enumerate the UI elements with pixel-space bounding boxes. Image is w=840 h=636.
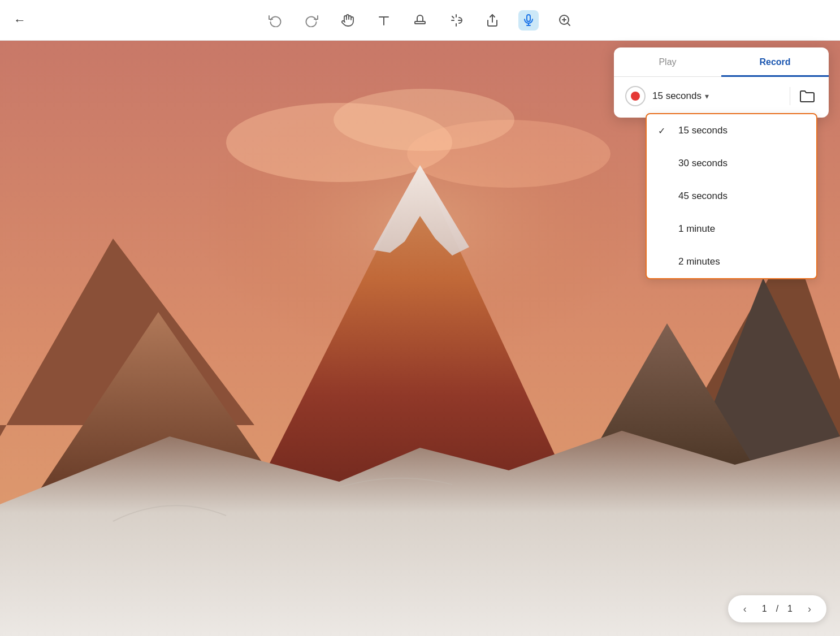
toolbar: ← <box>0 0 840 41</box>
tab-play[interactable]: Play <box>614 47 721 76</box>
toolbar-icons <box>265 10 575 31</box>
zoom-icon[interactable] <box>555 10 575 31</box>
redo-icon[interactable] <box>301 10 322 31</box>
svg-line-11 <box>568 23 570 25</box>
duration-dropdown: ✓ 15 seconds ✓ 30 seconds ✓ 45 seconds ✓… <box>646 113 817 279</box>
dropdown-item-15s[interactable]: ✓ 15 seconds <box>647 114 816 147</box>
annotation-icon[interactable] <box>446 10 466 31</box>
panel-body: 15 seconds ▾ <box>614 77 829 118</box>
page-current: 1 <box>762 604 767 614</box>
divider <box>790 87 790 105</box>
stamp-icon[interactable] <box>410 10 430 31</box>
dropdown-item-2m[interactable]: ✓ 2 minutes <box>647 245 816 278</box>
record-panel: Play Record 15 seconds ▾ ✓ 15 sec <box>614 47 829 118</box>
duration-option-3: 1 minute <box>678 223 805 235</box>
undo-icon[interactable] <box>265 10 285 31</box>
page-separator: / <box>776 604 778 614</box>
folder-button[interactable] <box>797 86 817 106</box>
dropdown-item-30s[interactable]: ✓ 30 seconds <box>647 147 816 180</box>
svg-line-5 <box>452 16 454 18</box>
duration-option-2: 45 seconds <box>678 191 805 202</box>
back-button[interactable]: ← <box>14 13 26 28</box>
microphone-icon[interactable] <box>518 10 539 31</box>
pagination: ‹ 1 / 1 › <box>728 595 826 622</box>
duration-option-0: 15 seconds <box>678 125 805 136</box>
record-button[interactable] <box>625 86 646 106</box>
duration-option-4: 2 minutes <box>678 256 805 267</box>
check-icon: ✓ <box>658 126 669 136</box>
text-icon[interactable] <box>374 10 394 31</box>
svg-rect-2 <box>415 21 425 24</box>
duration-option-1: 30 seconds <box>678 158 805 169</box>
selected-duration-label: 15 seconds <box>652 90 702 102</box>
duration-selector[interactable]: 15 seconds ▾ <box>652 90 783 102</box>
panel-tabs: Play Record <box>614 47 829 77</box>
svg-marker-27 <box>0 431 840 636</box>
next-page-button[interactable]: › <box>802 601 817 617</box>
dropdown-item-1m[interactable]: ✓ 1 minute <box>647 213 816 245</box>
page-total: 1 <box>787 604 793 614</box>
chevron-down-icon: ▾ <box>705 92 709 101</box>
share-icon[interactable] <box>482 10 503 31</box>
hand-icon[interactable] <box>337 10 358 31</box>
main-content: Play Record 15 seconds ▾ ✓ 15 sec <box>0 41 840 636</box>
svg-point-18 <box>407 120 610 188</box>
svg-rect-7 <box>527 15 530 21</box>
dropdown-item-45s[interactable]: ✓ 45 seconds <box>647 180 816 213</box>
prev-page-button[interactable]: ‹ <box>737 601 753 617</box>
record-dot <box>631 92 640 101</box>
tab-record[interactable]: Record <box>721 47 829 76</box>
